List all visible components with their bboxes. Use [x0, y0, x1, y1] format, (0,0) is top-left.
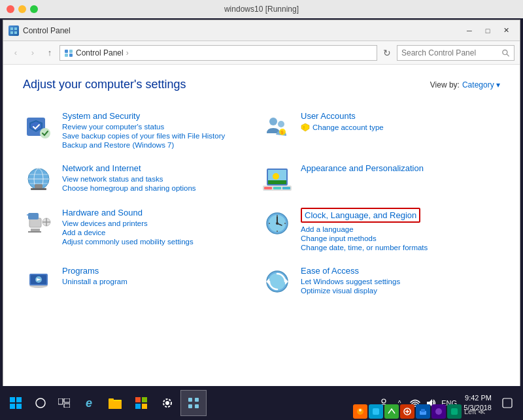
address-path[interactable]: Control Panel ›: [59, 45, 377, 61]
svg-rect-72: [109, 398, 114, 401]
mac-min-btn[interactable]: [18, 5, 26, 13]
tray-colored-4[interactable]: [400, 404, 414, 419]
chevron-down-icon: ▾: [496, 80, 500, 89]
svg-rect-7: [69, 54, 73, 57]
window-title: Control Panel: [23, 26, 457, 35]
tray-colored-6[interactable]: [431, 404, 446, 419]
content-header: Adjust your computer's settings View by:…: [23, 78, 500, 91]
network-link-1[interactable]: View network status and tasks: [62, 175, 262, 183]
category-ease-access: Ease of Access Let Windows suggest setti…: [262, 259, 500, 304]
window-controls: ─ □ ✕: [461, 24, 515, 37]
svg-rect-76: [142, 404, 147, 409]
programs-link-1[interactable]: Uninstall a program: [62, 278, 262, 285]
svg-rect-4: [65, 50, 68, 53]
close-button[interactable]: ✕: [498, 24, 515, 37]
store-button[interactable]: [128, 390, 154, 416]
notification-icon: [502, 398, 513, 408]
appearance-info: Appearance and Personalization: [301, 163, 500, 175]
notification-button[interactable]: [497, 390, 518, 416]
viewby-value: Category: [462, 80, 494, 89]
svg-rect-36: [31, 229, 40, 231]
svg-rect-82: [195, 404, 199, 408]
svg-rect-64: [10, 404, 15, 409]
svg-rect-67: [58, 398, 63, 404]
svg-rect-29: [268, 180, 286, 184]
svg-point-87: [359, 409, 362, 412]
clock-language-icon: [262, 208, 293, 239]
minimize-button[interactable]: ─: [461, 24, 478, 37]
category-clock-language: Clock, Language, and Region Add a langua…: [262, 201, 500, 259]
settings-icon: [161, 397, 173, 409]
svg-rect-25: [35, 184, 42, 188]
tray-colored-1[interactable]: [353, 404, 367, 419]
programs-title[interactable]: Programs: [62, 266, 262, 276]
user-accounts-title[interactable]: User Accounts: [301, 111, 500, 121]
back-button[interactable]: ‹: [8, 46, 23, 60]
svg-rect-69: [64, 404, 70, 408]
hardware-sound-title[interactable]: Hardware and Sound: [62, 208, 262, 218]
path-separator: ›: [126, 48, 129, 57]
hardware-link-2[interactable]: Add a device: [62, 229, 262, 236]
system-security-info: System and Security Review your computer…: [62, 111, 262, 150]
ease-link-1[interactable]: Let Windows suggest settings: [301, 278, 500, 285]
svg-rect-0: [10, 27, 13, 30]
clock-language-title[interactable]: Clock, Language, and Region: [305, 210, 416, 220]
svg-rect-2: [10, 31, 13, 34]
taskview-button[interactable]: [52, 390, 76, 416]
hardware-sound-info: Hardware and Sound View devices and prin…: [62, 208, 262, 247]
category-hardware-sound: Hardware and Sound View devices and prin…: [23, 201, 262, 259]
svg-point-66: [36, 398, 45, 408]
svg-rect-74: [142, 397, 147, 402]
svg-rect-68: [64, 398, 70, 402]
ease-access-title[interactable]: Ease of Access: [301, 266, 500, 276]
mac-close-btn[interactable]: [7, 5, 14, 13]
forward-button[interactable]: ›: [25, 46, 40, 60]
network-internet-title[interactable]: Network and Internet: [62, 163, 262, 173]
programs-info: Programs Uninstall a program: [62, 266, 262, 287]
system-security-title[interactable]: System and Security: [62, 111, 262, 121]
refresh-button[interactable]: ↻: [380, 46, 394, 60]
tray-colored-2[interactable]: [369, 404, 383, 419]
svg-rect-33: [273, 187, 281, 189]
user-accounts-link-1[interactable]: Change account type: [312, 123, 384, 131]
svg-rect-65: [16, 404, 22, 409]
left-indicator: Left ≪: [463, 408, 487, 416]
system-security-link-2[interactable]: Save backup copies of your files with Fi…: [62, 132, 262, 140]
edge-button[interactable]: e: [76, 390, 102, 416]
cortana-button[interactable]: [29, 390, 52, 416]
hardware-sound-icon: [23, 208, 54, 239]
svg-point-30: [273, 173, 279, 180]
svg-rect-63: [16, 397, 22, 402]
shield-small-icon: !: [301, 123, 310, 132]
up-button[interactable]: ↑: [42, 46, 57, 60]
network-link-2[interactable]: Choose homegroup and sharing options: [62, 184, 262, 192]
svg-point-8: [503, 50, 507, 54]
user-accounts-info: User Accounts ! Change account type: [301, 111, 500, 133]
file-explorer-button[interactable]: [102, 390, 128, 416]
tray-colored-5[interactable]: [416, 404, 430, 419]
svg-point-14: [269, 118, 277, 125]
tray-colored-3[interactable]: [384, 404, 399, 419]
category-system-security: System and Security Review your computer…: [23, 105, 262, 157]
viewby-dropdown[interactable]: Category ▾: [462, 80, 500, 89]
store-icon: [135, 396, 148, 410]
ease-link-2[interactable]: Optimize visual display: [301, 287, 500, 295]
start-button[interactable]: [3, 390, 29, 416]
clock-link-1[interactable]: Add a language: [301, 225, 500, 233]
appearance-title[interactable]: Appearance and Personalization: [301, 163, 500, 173]
clock-link-3[interactable]: Change date, time, or number formats: [301, 244, 500, 251]
svg-rect-26: [31, 188, 46, 190]
svg-text:$: $: [281, 130, 284, 135]
hardware-link-1[interactable]: View devices and printers: [62, 219, 262, 227]
svg-rect-95: [451, 408, 458, 415]
maximize-button[interactable]: □: [479, 24, 496, 37]
system-security-link-1[interactable]: Review your computer's status: [62, 123, 262, 131]
hardware-link-3[interactable]: Adjust commonly used mobility settings: [62, 238, 262, 246]
clock-link-2[interactable]: Change input methods: [301, 234, 500, 242]
settings-button[interactable]: [154, 390, 180, 416]
system-security-link-3[interactable]: Backup and Restore (Windows 7): [62, 141, 262, 149]
search-input[interactable]: [401, 48, 499, 57]
tray-colored-7[interactable]: [447, 404, 462, 419]
mac-max-btn[interactable]: [30, 5, 38, 13]
control-panel-taskbar-button[interactable]: [180, 390, 207, 416]
